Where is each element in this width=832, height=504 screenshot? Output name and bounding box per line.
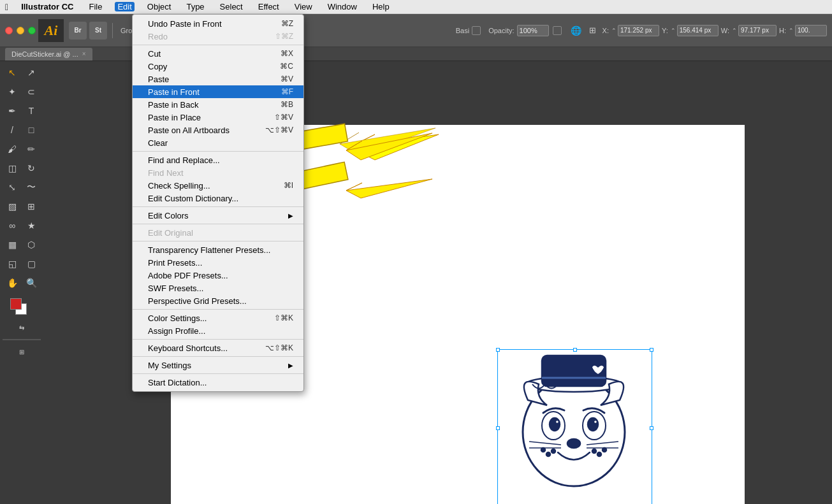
menu-item-find-replace[interactable]: Find and Replace... xyxy=(133,154,303,166)
menu-item-clear[interactable]: Clear xyxy=(133,136,303,149)
menu-item-keyboard-shortcuts[interactable]: Keyboard Shortcuts... ⌥⇧⌘K xyxy=(133,342,303,354)
menu-item-paste[interactable]: Paste ⌘V xyxy=(133,73,303,85)
y-input[interactable]: 156.414 px xyxy=(677,25,719,36)
menu-item-copy[interactable]: Copy ⌘C xyxy=(133,60,303,73)
menu-item-start-dictation[interactable]: Start Dictation... xyxy=(133,376,303,389)
object-menu[interactable]: Object xyxy=(145,2,174,11)
h-value: 100. xyxy=(798,27,810,34)
fill-stroke-row: ⇆ xyxy=(13,319,31,336)
direct-selection-tool[interactable]: ↗ xyxy=(22,64,40,82)
menu-item-assign-profile[interactable]: Assign Profile... xyxy=(133,324,303,337)
menu-separator-1 xyxy=(133,45,303,45)
menu-item-cut[interactable]: Cut ⌘X xyxy=(133,47,303,60)
lasso-tool[interactable]: ⊂ xyxy=(22,83,40,101)
ai-logo: Ai xyxy=(38,19,64,42)
pen-tool[interactable]: ✒ xyxy=(3,102,21,120)
artboard-tool[interactable]: ▢ xyxy=(22,255,40,273)
type-tool[interactable]: T xyxy=(22,102,40,120)
menu-item-undo-paste-front[interactable]: Undo Paste in Front ⌘Z xyxy=(133,17,303,30)
paint-brush-tool[interactable]: 🖌 xyxy=(3,140,21,158)
submenu-arrow-icon: ▶ xyxy=(288,212,293,219)
menu-item-shortcut: ⌥⇧⌘V xyxy=(265,126,293,134)
toolbar-divider xyxy=(112,23,113,38)
type-menu[interactable]: Type xyxy=(184,2,207,11)
minimize-button[interactable] xyxy=(17,27,24,34)
perspective-grid-tool[interactable]: ◱ xyxy=(3,255,21,273)
close-button[interactable] xyxy=(5,27,13,34)
menu-item-paste-on-all[interactable]: Paste on All Artboards ⌥⇧⌘V xyxy=(133,124,303,136)
menu-item-find-next[interactable]: Find Next xyxy=(133,166,303,179)
edit-menu[interactable]: Edit xyxy=(115,2,134,11)
bridge-button[interactable]: Br xyxy=(69,22,87,40)
tab-close-button[interactable]: × xyxy=(82,50,86,57)
w-input-group: ⌃ 97.177 px xyxy=(732,25,777,36)
left-toolbar: ↖ ↗ ✦ ⊂ ✒ T / □ 🖌 ✏ ◫ ↻ ⤡ 〜 ▨ ⊞ ∞ ★ ▦ ⬡ xyxy=(0,61,43,504)
menu-item-redo[interactable]: Redo ⇧⌘Z xyxy=(133,30,303,43)
hand-tool[interactable]: ✋ xyxy=(3,274,21,292)
eraser-tool[interactable]: ◫ xyxy=(3,159,21,177)
app-name-menu[interactable]: Illustrator CC xyxy=(18,2,76,11)
shape-tool[interactable]: □ xyxy=(22,121,40,139)
menu-item-paste-in-back[interactable]: Paste in Back ⌘B xyxy=(133,98,303,111)
opacity-dropdown[interactable] xyxy=(553,26,562,35)
rotate-tool[interactable]: ↻ xyxy=(22,159,40,177)
mode-dropdown[interactable] xyxy=(472,26,481,35)
view-menu[interactable]: View xyxy=(292,2,315,11)
help-menu[interactable]: Help xyxy=(370,2,392,11)
magic-wand-tool[interactable]: ✦ xyxy=(3,83,21,101)
slice-tool[interactable]: ⬡ xyxy=(22,236,40,254)
gradient-tool[interactable]: ▨ xyxy=(3,198,21,215)
menu-item-label: Assign Profile... xyxy=(148,326,283,336)
menu-item-transparency-flat[interactable]: Transparency Flattener Presets... xyxy=(133,243,303,256)
w-label: W: xyxy=(721,27,729,34)
mesh-tool[interactable]: ⊞ xyxy=(22,198,40,215)
document-tab[interactable]: DieCutSticker.ai @ ... × xyxy=(5,48,92,61)
menu-item-edit-dict[interactable]: Edit Custom Dictionary... xyxy=(133,192,303,205)
menu-item-edit-original[interactable]: Edit Original xyxy=(133,226,303,239)
h-input[interactable]: 100. xyxy=(795,25,827,36)
x-input[interactable]: 171.252 px xyxy=(618,25,659,36)
libraries-button[interactable]: St xyxy=(89,22,107,40)
w-input[interactable]: 97.177 px xyxy=(738,25,777,36)
effect-menu[interactable]: Effect xyxy=(256,2,282,11)
warp-tool[interactable]: 〜 xyxy=(22,178,40,196)
menu-item-edit-colors[interactable]: Edit Colors ▶ xyxy=(133,209,303,222)
selection-tool[interactable]: ↖ xyxy=(3,64,21,82)
blend-tool[interactable]: ∞ xyxy=(3,217,21,234)
menu-item-label: Paste xyxy=(148,75,270,84)
menu-item-my-settings[interactable]: My Settings ▶ xyxy=(133,359,303,371)
file-menu[interactable]: File xyxy=(86,2,105,11)
svg-point-19 xyxy=(592,449,596,453)
select-menu[interactable]: Select xyxy=(217,2,245,11)
swap-fill-stroke[interactable]: ⇆ xyxy=(13,319,31,336)
menu-item-paste-in-place[interactable]: Paste in Place ⇧⌘V xyxy=(133,111,303,124)
zoom-tool[interactable]: 🔍 xyxy=(22,274,40,292)
column-graph-tool[interactable]: ▦ xyxy=(3,236,21,254)
menu-item-check-spelling[interactable]: Check Spelling... ⌘I xyxy=(133,179,303,192)
app-toolbar: Ai Br St Group ? ▷ Basi Opacity: 100% 🌐 … xyxy=(0,14,832,47)
symbol-tool[interactable]: ★ xyxy=(22,217,40,234)
globe-icon[interactable]: 🌐 xyxy=(569,24,583,38)
scale-tool[interactable]: ⤡ xyxy=(3,178,21,196)
line-tool[interactable]: / xyxy=(3,121,21,139)
opacity-input[interactable]: 100% xyxy=(517,25,549,36)
pencil-tool[interactable]: ✏ xyxy=(22,140,40,158)
screen-mode-button[interactable]: ⊞ xyxy=(13,343,31,361)
apple-menu[interactable]:  xyxy=(5,2,8,12)
menu-item-adobe-pdf[interactable]: Adobe PDF Presets... xyxy=(133,269,303,282)
align-icon[interactable]: ⊞ xyxy=(586,24,600,38)
menu-item-label: Paste in Front xyxy=(148,87,271,97)
menu-item-paste-in-front[interactable]: Paste in Front ⌘F xyxy=(133,85,303,98)
menu-item-color-settings[interactable]: Color Settings... ⇧⌘K xyxy=(133,312,303,324)
menu-item-swf-presets[interactable]: SWF Presets... xyxy=(133,282,303,294)
menu-item-label: Cut xyxy=(148,49,270,59)
menu-item-print-presets[interactable]: Print Presets... xyxy=(133,256,303,269)
color-swatches[interactable] xyxy=(10,298,33,316)
fullscreen-button[interactable] xyxy=(28,27,36,34)
pen-tool-row: ✒ T xyxy=(3,102,40,120)
menu-item-label: Keyboard Shortcuts... xyxy=(148,343,255,353)
menu-item-perspective[interactable]: Perspective Grid Presets... xyxy=(133,294,303,307)
menu-separator-4 xyxy=(133,224,303,224)
window-menu[interactable]: Window xyxy=(325,2,360,11)
gradient-tool-row: ▨ ⊞ xyxy=(3,198,40,215)
